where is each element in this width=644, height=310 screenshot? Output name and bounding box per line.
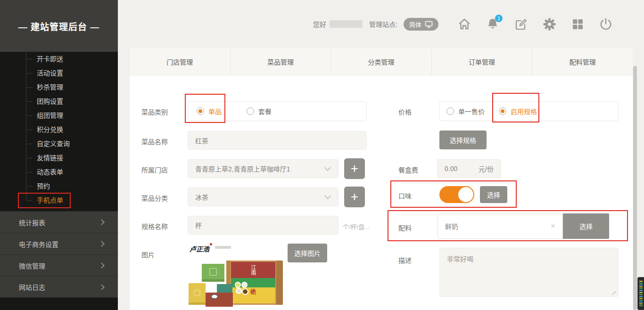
radio-option-enable-spec[interactable]: 启用规格 bbox=[499, 106, 537, 116]
sidebar-item-youqing[interactable]: 友情链接 bbox=[0, 151, 118, 165]
radio-unselected-icon bbox=[247, 107, 254, 115]
description-textarea[interactable]: 非常好喝 bbox=[439, 248, 619, 297]
image-panel: 江南 绝 bbox=[231, 262, 275, 303]
tabbar: 门店管理 菜品管理 分类管理 订单管理 配料管理 bbox=[130, 48, 633, 75]
flavor-label: 口味 bbox=[398, 191, 412, 200]
sidebar-sections: 统计报表 电子商务设置 微信管理 网站日志 bbox=[0, 211, 118, 298]
dish-class-value: 冰茶 bbox=[195, 192, 208, 202]
sidebar-section-weixin[interactable]: 微信管理 bbox=[0, 254, 118, 276]
spec-unit-hint: 个/杯/盘... bbox=[343, 222, 370, 231]
clear-icon[interactable]: × bbox=[551, 221, 555, 231]
flavor-toggle[interactable] bbox=[439, 186, 473, 203]
sidebar-section-dianzi[interactable]: 电子商务设置 bbox=[0, 233, 118, 254]
price-radio-group: 单一售价 启用规格 bbox=[439, 101, 619, 121]
radio-selected-icon bbox=[197, 107, 204, 115]
image-bamboo-crate: 江南 绝 bbox=[226, 261, 283, 305]
settings-button[interactable] bbox=[542, 17, 556, 31]
dish-category-radio-group: 单品 套餐 bbox=[188, 101, 367, 121]
chevron-right-icon bbox=[99, 284, 105, 290]
store-value: 青青原上草2,青青原上草咖啡厅1 bbox=[195, 164, 290, 173]
tab-store-mgmt[interactable]: 门店管理 bbox=[130, 48, 231, 75]
chevron-right-icon bbox=[99, 219, 105, 225]
spec-name-value: 杯 bbox=[195, 220, 202, 230]
flavor-choose-button[interactable]: 选择 bbox=[480, 186, 507, 203]
product-image: 卢正浩 江南 绝 bbox=[189, 242, 283, 307]
tab-order-mgmt[interactable]: 订单管理 bbox=[432, 48, 533, 75]
ingredient-input[interactable]: 鲜奶 × bbox=[438, 213, 563, 239]
box-fee-label: 餐盒费 bbox=[398, 165, 418, 174]
image-box-yellow bbox=[189, 283, 206, 305]
radio-label: 套餐 bbox=[258, 106, 272, 116]
radio-option-combo[interactable]: 套餐 bbox=[247, 106, 272, 116]
monitor-icon bbox=[425, 21, 433, 28]
sidebar-section-wangzhan[interactable]: 网站日志 bbox=[0, 276, 118, 298]
sidebar-item-huodong[interactable]: 活动设置 bbox=[0, 66, 118, 80]
image-stripe-char: 绝 bbox=[250, 289, 256, 295]
image-stripe-red: 江南 bbox=[231, 262, 275, 278]
tab-dish-mgmt[interactable]: 菜品管理 bbox=[231, 48, 331, 75]
tab-ingredient-mgmt[interactable]: 配料管理 bbox=[532, 48, 633, 75]
edit-icon bbox=[515, 18, 528, 31]
topbar: 您好 管理站点: 简体 1 bbox=[118, 0, 644, 48]
choose-spec-button[interactable]: 选择规格 bbox=[439, 131, 487, 149]
dish-class-label: 菜品分类 bbox=[141, 193, 168, 203]
add-store-button[interactable]: + bbox=[344, 158, 365, 179]
store-select[interactable]: 青青原上草2,青青原上草咖啡厅1 bbox=[188, 159, 339, 178]
sidebar-submenu: 开卡即送 活动设置 秒杀管理 团购设置 组团管理 积分兑换 自定义查询 友情链接… bbox=[0, 52, 118, 207]
radio-option-single-price[interactable]: 单一售价 bbox=[446, 106, 485, 116]
sidebar-item-zutuan[interactable]: 组团管理 bbox=[0, 108, 118, 122]
image-box-red bbox=[206, 293, 233, 307]
notifications-button[interactable]: 1 bbox=[486, 17, 500, 31]
sidebar-item-dongtai[interactable]: 动态表单 bbox=[0, 165, 118, 179]
sidebar-item-jifen[interactable]: 积分兑换 bbox=[0, 122, 118, 137]
spec-name-input[interactable]: 杯 bbox=[188, 216, 339, 235]
box-fee-input[interactable]: 0.00 元/份 bbox=[437, 159, 501, 178]
radio-unselected-icon bbox=[446, 107, 454, 115]
tab-category-mgmt[interactable]: 分类管理 bbox=[331, 48, 432, 75]
store-label: 所属门店 bbox=[141, 165, 168, 174]
ingredient-value: 鲜奶 bbox=[445, 221, 458, 231]
ingredient-choose-button[interactable]: 选择 bbox=[563, 213, 609, 239]
dish-class-select[interactable]: 冰茶 bbox=[188, 188, 339, 206]
sidebar-item-kaika[interactable]: 开卡即送 bbox=[0, 52, 118, 66]
site-label: 管理站点: bbox=[369, 19, 397, 29]
sidebar-section-tongji[interactable]: 统计报表 bbox=[0, 211, 118, 233]
scrollbar[interactable] bbox=[633, 66, 637, 310]
box-fee-value: 0.00 bbox=[445, 165, 457, 172]
choose-image-button[interactable]: 选择图片 bbox=[288, 244, 327, 262]
dish-category-label: 菜品类别 bbox=[141, 107, 168, 116]
sidebar: — 建站管理后台 — 开卡即送 活动设置 秒杀管理 团购设置 组团管理 积分兑换… bbox=[0, 0, 118, 310]
sidebar-item-yuyue[interactable]: 预约 bbox=[0, 179, 118, 193]
radio-option-single[interactable]: 单品 bbox=[197, 106, 222, 116]
sidebar-item-shouji-diandan[interactable]: 手机点单 bbox=[0, 193, 118, 207]
box-fee-unit: 元/份 bbox=[479, 164, 494, 173]
app-title: — 建站管理后台 — bbox=[0, 0, 118, 52]
edge-color-widget[interactable] bbox=[637, 277, 644, 310]
image-label: 图片 bbox=[141, 250, 155, 259]
notification-badge: 1 bbox=[495, 15, 503, 22]
chevron-down-icon bbox=[324, 164, 331, 171]
sidebar-item-tuangou[interactable]: 团购设置 bbox=[0, 94, 118, 108]
section-label: 微信管理 bbox=[19, 261, 45, 270]
language-pill[interactable]: 简体 bbox=[404, 18, 438, 31]
dish-name-value: 红茶 bbox=[195, 136, 208, 145]
chevron-down-icon bbox=[324, 193, 331, 199]
chevron-right-icon bbox=[99, 241, 105, 247]
dish-name-label: 菜品名称 bbox=[141, 137, 168, 146]
dish-name-input[interactable]: 红茶 bbox=[188, 131, 367, 150]
apps-button[interactable] bbox=[570, 17, 585, 31]
description-value: 非常好喝 bbox=[447, 255, 473, 263]
section-label: 统计报表 bbox=[19, 218, 45, 227]
sidebar-item-miaosha[interactable]: 秒杀管理 bbox=[0, 80, 118, 94]
section-label: 电子商务设置 bbox=[19, 239, 58, 249]
add-class-button[interactable]: + bbox=[344, 187, 365, 207]
sidebar-item-zidingyi[interactable]: 自定义查询 bbox=[0, 137, 118, 151]
price-label: 价格 bbox=[398, 107, 412, 116]
edit-button[interactable] bbox=[514, 17, 528, 31]
grid-icon bbox=[572, 18, 584, 30]
logout-button[interactable] bbox=[599, 17, 613, 31]
ingredient-label: 配料 bbox=[398, 223, 412, 232]
home-button[interactable] bbox=[457, 17, 471, 31]
greeting-text: 您好 bbox=[313, 19, 326, 29]
username-redacted bbox=[330, 20, 363, 28]
